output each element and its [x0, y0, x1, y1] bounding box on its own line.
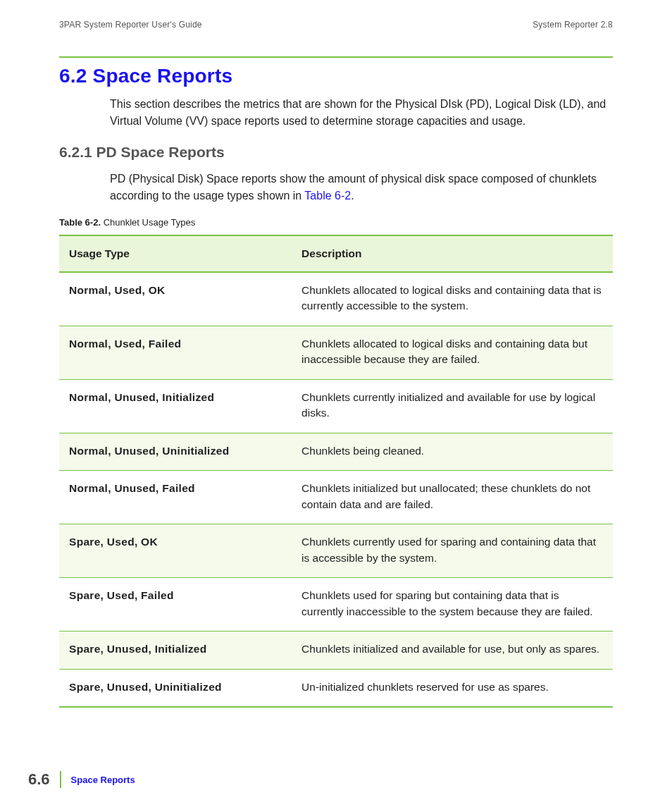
cell-usage: Spare, Used, Failed	[59, 578, 292, 632]
footer-section-label: Space Reports	[71, 775, 135, 785]
subsection-body: PD (Physical Disk) Space reports show th…	[110, 171, 613, 204]
table-row: Normal, Used, Failed Chunklets allocated…	[59, 326, 613, 379]
section-title: Space Reports	[93, 65, 233, 87]
table-caption-title: Chunklet Usage Types	[104, 217, 196, 228]
table-crossref-link[interactable]: Table 6-2	[304, 190, 351, 202]
table-body: Normal, Used, OK Chunklets allocated to …	[59, 272, 613, 707]
col-header-description: Description	[292, 235, 613, 272]
cell-description: Chunklets initialized but unallocated; t…	[292, 471, 613, 524]
section-heading: 6.2 Space Reports	[59, 65, 613, 87]
cell-description: Chunklets allocated to logical disks and…	[292, 326, 613, 379]
cell-description: Un-initialized chunklets reserved for us…	[292, 669, 613, 707]
table-caption-number: Table 6-2.	[59, 217, 101, 228]
page-footer: 6.6 Space Reports	[28, 770, 135, 789]
cell-usage: Normal, Unused, Failed	[59, 471, 292, 524]
cell-description: Chunklets allocated to logical disks and…	[292, 272, 613, 326]
table-header-row: Usage Type Description	[59, 235, 613, 272]
cell-description: Chunklets currently used for sparing and…	[292, 524, 613, 578]
table-row: Spare, Used, Failed Chunklets used for s…	[59, 578, 613, 632]
running-header: 3PAR System Reporter User's Guide System…	[59, 20, 613, 30]
cell-description: Chunklets initialized and available for …	[292, 632, 613, 669]
page-number: 6.6	[28, 770, 50, 789]
para-post: .	[351, 190, 354, 202]
cell-usage: Normal, Used, OK	[59, 272, 292, 326]
section-body: This section describes the metrics that …	[110, 96, 613, 130]
table-row: Spare, Used, OK Chunklets currently used…	[59, 524, 613, 578]
footer-divider	[60, 771, 61, 788]
table-caption: Table 6-2. Chunklet Usage Types	[59, 217, 613, 228]
section-intro: This section describes the metrics that …	[110, 96, 613, 130]
subsection-heading: 6.2.1 PD Space Reports	[59, 144, 613, 161]
subsection-paragraph: PD (Physical Disk) Space reports show th…	[110, 171, 613, 204]
cell-usage: Spare, Used, OK	[59, 524, 292, 578]
cell-usage: Normal, Unused, Uninitialized	[59, 433, 292, 470]
page-container: 3PAR System Reporter User's Guide System…	[0, 0, 672, 807]
table-row: Spare, Unused, Uninitialized Un-initiali…	[59, 669, 613, 707]
cell-description: Chunklets currently initialized and avai…	[292, 379, 613, 433]
rule-top	[59, 56, 613, 58]
table-row: Normal, Unused, Initialized Chunklets cu…	[59, 379, 613, 433]
header-right: System Reporter 2.8	[533, 20, 613, 30]
cell-usage: Spare, Unused, Initialized	[59, 632, 292, 669]
cell-usage: Spare, Unused, Uninitialized	[59, 669, 292, 707]
cell-usage: Normal, Unused, Initialized	[59, 379, 292, 433]
cell-description: Chunklets used for sparing but containin…	[292, 578, 613, 632]
table-row: Normal, Unused, Uninitialized Chunklets …	[59, 433, 613, 470]
cell-description: Chunklets being cleaned.	[292, 433, 613, 470]
chunklet-usage-table: Usage Type Description Normal, Used, OK …	[59, 235, 613, 708]
section-number: 6.2	[59, 65, 87, 87]
table-row: Normal, Used, OK Chunklets allocated to …	[59, 272, 613, 326]
header-left: 3PAR System Reporter User's Guide	[59, 20, 202, 30]
subsection-number: 6.2.1	[59, 144, 92, 160]
col-header-usage: Usage Type	[59, 235, 292, 272]
table-row: Normal, Unused, Failed Chunklets initial…	[59, 471, 613, 524]
subsection-title: PD Space Reports	[97, 144, 225, 160]
table-row: Spare, Unused, Initialized Chunklets ini…	[59, 632, 613, 669]
cell-usage: Normal, Used, Failed	[59, 326, 292, 379]
